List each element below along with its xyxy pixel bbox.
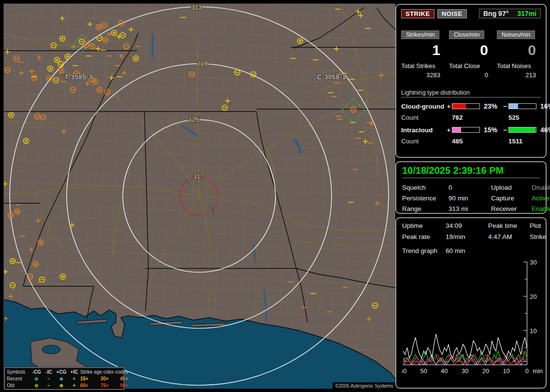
legend-header-neg-cg: -CG — [30, 369, 43, 375]
minus-sign: − — [502, 126, 508, 134]
capture-status: Active — [532, 195, 550, 202]
plus-sign: + — [446, 126, 452, 134]
peak-time-label: Peak time — [488, 222, 530, 229]
cg-minus-bar — [508, 103, 536, 109]
noises-per-min-chip[interactable]: Noises/min — [497, 30, 535, 39]
intracloud-label: Intracloud — [401, 126, 446, 134]
receiver-status: Enabled — [532, 205, 550, 212]
total-strikes-label: Total Strikes — [401, 62, 445, 70]
trend-box: Uptime 34:09 Peak time Plot Peak rate 19… — [395, 217, 547, 389]
cg-plus-count: 762 — [452, 114, 482, 121]
receiver-label: Receiver — [491, 205, 532, 212]
ic-minus-count: 1511 — [508, 138, 538, 145]
strikes-per-min-value: 1 — [401, 42, 445, 58]
persistence-value: 90 min — [449, 195, 491, 202]
svg-text:10: 10 — [530, 327, 536, 335]
upload-label: Upload — [491, 184, 532, 191]
copyright-text: ©2005 Astrogenic Systems — [333, 382, 396, 390]
cg-count-row: Count 762 525 — [401, 114, 541, 121]
age-30: 30+ — [101, 376, 120, 381]
age-45: 45+ — [120, 376, 138, 381]
total-noises-label: Total Noises — [497, 62, 541, 70]
distribution-row-cloud-ground: Cloud-ground + 23% − 16% — [401, 102, 541, 110]
svg-text:31: 31 — [193, 173, 200, 180]
peak-rate-value: 19/min — [446, 233, 488, 240]
strike-indicator[interactable]: STRIKE — [401, 9, 434, 18]
persistence-label: Persistence — [402, 195, 449, 202]
svg-text:20: 20 — [530, 293, 536, 300]
legend-header-pos-cg: +CG — [55, 369, 68, 375]
lightning-map[interactable]: 31125219313 T-3585-3C-3058-1 — [4, 4, 395, 389]
peak-rate-label: Peak rate — [402, 233, 446, 240]
counter-noises: Noises/min 0 Total Noises 213 — [497, 30, 541, 79]
plus-sign: + — [446, 103, 452, 110]
strikes-per-min-chip[interactable]: Strikes/min — [401, 30, 439, 39]
legend-header-neg-ic: -IC — [43, 369, 55, 375]
uptime-value: 34:09 — [446, 222, 488, 229]
capture-label: Capture — [491, 195, 532, 202]
svg-text:313: 313 — [191, 4, 202, 11]
cg-plus-bar — [452, 103, 480, 109]
cloud-ground-label: Cloud-ground — [401, 103, 446, 110]
svg-text:50: 50 — [420, 367, 427, 375]
bearing-readout: Bng 97° 317mi — [479, 9, 541, 18]
ic-count-row: Count 485 1511 — [401, 138, 541, 145]
range-label: Range — [402, 205, 449, 212]
noise-indicator[interactable]: NOISE — [437, 9, 467, 18]
legend-header-pos-ic: +IC — [68, 369, 80, 375]
svg-text:30: 30 — [462, 367, 468, 375]
uptime-label: Uptime — [402, 222, 446, 229]
svg-text:40: 40 — [441, 367, 448, 375]
circle-plus-icon: ⊕ — [55, 383, 68, 388]
svg-text:60: 60 — [402, 367, 406, 375]
datetime-display: 10/18/2025 2:39:16 PM — [402, 165, 540, 178]
bearing-range-value: 317mi — [517, 10, 536, 17]
squelch-label: Squelch — [402, 184, 449, 191]
minus-icon: − — [43, 376, 55, 381]
age-90: 90+ — [120, 383, 138, 388]
svg-text:20: 20 — [482, 367, 489, 375]
svg-text:T-3585-3: T-3585-3 — [65, 74, 93, 81]
bearing-value: Bng 97° — [483, 10, 508, 17]
plot-label: Plot — [530, 222, 547, 229]
ic-minus-pct: 46% — [538, 126, 550, 134]
svg-text:30: 30 — [530, 259, 536, 266]
svg-text:0: 0 — [525, 367, 529, 375]
ic-plus-pct: 15% — [482, 126, 502, 134]
svg-text:min: min — [533, 367, 543, 375]
counter-close: Close/min 0 Total Close 0 — [449, 30, 493, 79]
strike-counter-box: STRIKE NOISE Bng 97° 317mi Strikes/min 1… — [395, 4, 547, 158]
legend-row-recent-label: Recent — [7, 376, 30, 381]
cg-minus-pct: 16% — [538, 102, 550, 110]
svg-text:C-3058-1: C-3058-1 — [317, 74, 346, 81]
minus-icon: − — [43, 383, 55, 388]
minus-sign: − — [502, 103, 508, 110]
legend-header-symbols: Symbols — [7, 369, 30, 375]
age-15: 15+ — [80, 376, 101, 381]
cg-minus-count: 525 — [508, 114, 538, 121]
close-per-min-chip[interactable]: Close/min — [449, 30, 484, 39]
ic-plus-count: 485 — [452, 138, 482, 145]
legend-age-header: Strike age color codes — [80, 369, 138, 375]
trend-graph-label: Trend graph — [402, 247, 446, 254]
map-panel[interactable]: 31125219313 T-3585-3C-3058-1 Symbols -CG… — [3, 3, 395, 389]
lake — [42, 345, 60, 354]
peak-time-value: 4:47 AM — [488, 233, 530, 240]
upload-status: Disabled — [532, 184, 550, 191]
plus-icon: + — [68, 383, 80, 388]
svg-text:10: 10 — [503, 367, 510, 375]
circle-minus-icon: ⊖ — [30, 383, 43, 388]
plus-icon: + — [68, 376, 80, 381]
total-close-label: Total Close — [449, 62, 493, 70]
age-60: 60+ — [80, 383, 101, 388]
plot-value: Strike — [530, 233, 547, 240]
age-75: 75+ — [101, 383, 120, 388]
counter-strikes: Strikes/min 1 Total Strikes 3283 — [401, 30, 445, 79]
circle-plus-icon: ⊕ — [55, 376, 68, 381]
count-label: Count — [401, 114, 446, 121]
ic-plus-bar — [452, 127, 480, 133]
trend-graph-chart: 1020306050403020100min — [402, 257, 543, 379]
svg-text:125: 125 — [188, 116, 199, 123]
noises-per-min-value: 0 — [497, 42, 541, 58]
app-window: 31125219313 T-3585-3C-3058-1 Symbols -CG… — [0, 0, 550, 392]
